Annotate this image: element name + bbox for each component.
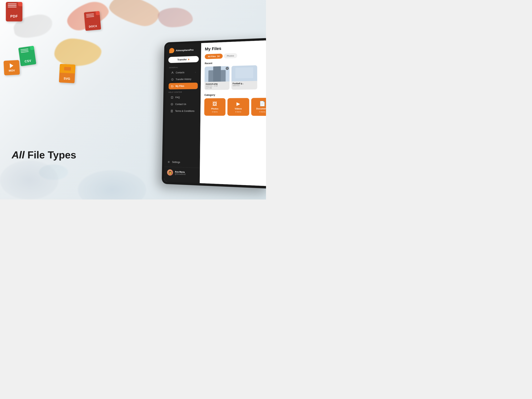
sidebar-general-section: GENERAL Contacts › Transfer History: [166, 66, 201, 90]
football-meta: 04/07/23: [233, 84, 256, 87]
category-section-label: Category: [204, 93, 265, 97]
videos-label: Videos: [235, 108, 242, 110]
user-info: Ana Maria @Snowfirm0: [175, 170, 186, 175]
photos-count: 8 Items: [212, 111, 217, 113]
main-title: My Files: [205, 45, 265, 52]
svg-point-0: [172, 72, 173, 73]
user-profile[interactable]: 👩 Ana Maria @Snowfirm0: [164, 167, 200, 179]
contact-icon: [170, 103, 173, 106]
docx-file-icon: DOCX: [84, 11, 101, 31]
tab-photos[interactable]: Photos: [224, 53, 237, 58]
folder-icon: [171, 85, 174, 88]
category-videos[interactable]: ▶ Videos 8 Items: [228, 98, 249, 116]
faq-icon: ?: [171, 96, 173, 99]
sidebar-faq-label: FAQ: [175, 96, 180, 99]
tab-all-files[interactable]: All Files 14: [205, 54, 222, 59]
pdf-label: PDF: [10, 14, 18, 19]
videos-count: 8 Items: [235, 111, 241, 113]
headline-italic: All: [12, 149, 25, 161]
person-icon: [171, 71, 174, 74]
main-content: My Files All Files 14 Photos Recent ✕: [200, 40, 266, 186]
sidebar-item-faq[interactable]: ? FAQ: [168, 94, 198, 101]
chevron-icon: ›: [195, 71, 196, 73]
sidebar-item-terms[interactable]: Terms & Conditions: [168, 108, 197, 114]
sidebar-settings-label: Settings: [172, 161, 180, 164]
recent-section-label: Recent: [205, 60, 265, 65]
doc-icon: 📄: [259, 101, 266, 107]
image-icon: 🖼: [212, 101, 217, 107]
svg-label: SVG: [63, 77, 70, 81]
sidebar-item-contact-us[interactable]: Contact Us: [168, 101, 198, 108]
tabs-row: All Files 14 Photos: [205, 52, 265, 59]
recent-grid: ✕ museum.png 04/07/23 · 1718 0.07 Mb Foo…: [204, 65, 265, 90]
logo-icon: [169, 48, 174, 53]
mov-label: MOV: [9, 69, 15, 72]
svg-file-icon: SVG: [59, 64, 76, 83]
category-photos[interactable]: 🖼 Photos 8 Items: [204, 98, 226, 116]
csv-file-icon: CSV: [18, 46, 36, 66]
docx-label: DOCX: [89, 24, 97, 28]
recent-card-museum[interactable]: ✕ museum.png 04/07/23 · 1718 0.07 Mb: [204, 66, 230, 90]
play-icon: ▶: [236, 101, 240, 106]
tab-all-files-label: All Files: [208, 55, 216, 58]
app-mockup: AtmospherePro Transfer GENERAL Contacts …: [161, 39, 266, 185]
museum-size: 0.07 Mb: [206, 87, 228, 89]
pdf-file-icon: PDF: [6, 2, 25, 23]
photos-label: Photos: [211, 108, 218, 110]
sidebar: AtmospherePro Transfer GENERAL Contacts …: [164, 43, 201, 183]
sidebar-transfer-history-label: Transfer History: [176, 78, 191, 81]
avatar: 👩: [167, 169, 173, 176]
transfer-button-label: Transfer: [177, 58, 187, 61]
sidebar-item-settings[interactable]: Settings: [164, 159, 200, 166]
transfer-arrow-icon: [188, 58, 190, 60]
tab-photos-label: Photos: [227, 55, 234, 57]
tab-all-files-count: 14: [217, 55, 219, 57]
sidebar-help-label: HELP CENTER: [168, 91, 198, 93]
sidebar-item-my-files[interactable]: My Files: [169, 83, 198, 90]
documents-count: 8 Items: [259, 111, 266, 113]
sidebar-item-transfer-history[interactable]: Transfer History: [169, 76, 198, 83]
sidebar-general-label: GENERAL: [169, 66, 198, 69]
mov-file-icon: MOV: [4, 60, 20, 75]
sidebar-terms-label: Terms & Conditions: [175, 110, 194, 112]
svg-text:?: ?: [171, 97, 172, 98]
hero-text: All File Types: [12, 149, 76, 164]
clock-icon: [171, 78, 174, 81]
transfer-button[interactable]: Transfer: [168, 56, 199, 63]
sidebar-help-section: HELP CENTER ? FAQ Contact Us: [165, 91, 201, 115]
sidebar-item-contacts[interactable]: Contacts ›: [169, 69, 198, 76]
ipad-frame: AtmospherePro Transfer GENERAL Contacts …: [162, 38, 266, 189]
sidebar-my-files-label: My Files: [176, 85, 184, 87]
ipad-screen: AtmospherePro Transfer GENERAL Contacts …: [164, 40, 266, 186]
app-logo: AtmospherePro: [166, 47, 201, 53]
sidebar-contact-label: Contact Us: [175, 103, 186, 106]
settings-icon: [167, 160, 170, 163]
sidebar-contacts-label: Contacts: [176, 71, 184, 74]
football-thumbnail: [232, 65, 257, 81]
svg-point-6: [168, 161, 169, 162]
terms-icon: [170, 109, 173, 113]
logo-text: AtmospherePro: [176, 48, 194, 52]
blob-decoration-7: [0, 161, 58, 200]
category-documents[interactable]: 📄 Documents 8 Items: [251, 98, 266, 116]
user-handle: @Snowfirm0: [175, 173, 186, 175]
documents-label: Documents: [256, 107, 266, 110]
recent-card-football[interactable]: Football g... 04/07/23: [231, 65, 257, 90]
category-grid: 🖼 Photos 8 Items ▶ Videos 8 Items 📄 Docu…: [204, 98, 265, 116]
headline-rest: File Types: [27, 149, 76, 161]
csv-label: CSV: [24, 59, 32, 63]
headline: All File Types: [12, 149, 76, 161]
